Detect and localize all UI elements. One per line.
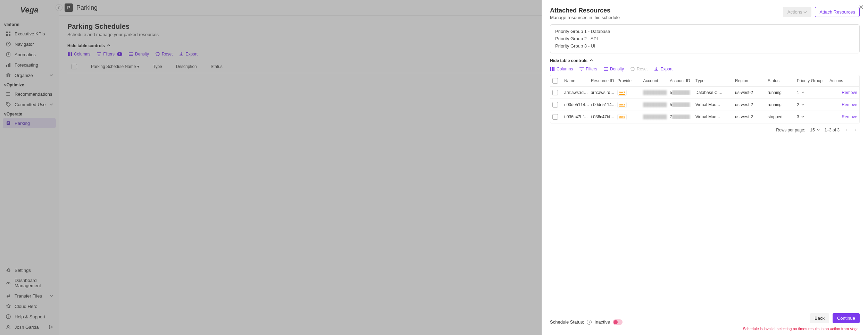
table-row: i-036c47bf4b297…i-036c47bf4b297…aws█████…: [550, 111, 859, 123]
continue-button[interactable]: Continue: [833, 313, 860, 323]
table-row: arn:aws:rds:us-w…arn:aws:rds:us-w…aws███…: [550, 87, 859, 99]
col-region[interactable]: Region: [735, 78, 766, 83]
drawer-export-button[interactable]: Export: [654, 67, 673, 71]
remove-button[interactable]: Remove: [829, 90, 857, 95]
pagination: Rows per page: 15 1–3 of 3 ‹ ›: [550, 123, 860, 137]
cell-type: Virtual Mac…: [695, 102, 734, 107]
drawer-subtitle: Manage resources in this schedule: [550, 15, 620, 20]
drawer-reset-button: Reset: [630, 67, 648, 71]
prev-page-button: ‹: [844, 127, 849, 133]
schedule-status-value: Inactive: [594, 319, 610, 325]
cell-type: Virtual Mac…: [695, 114, 734, 119]
drawer-columns-button[interactable]: Columns: [550, 67, 573, 71]
col-resource-id[interactable]: Resource ID: [591, 78, 616, 83]
row-checkbox[interactable]: [552, 114, 558, 120]
resources-table: Name Resource ID Provider Account Accoun…: [550, 75, 860, 123]
col-type[interactable]: Type: [695, 78, 734, 83]
aws-icon: aws: [617, 114, 627, 120]
cell-provider: aws: [617, 114, 642, 120]
schedule-error-message: Schedule is invalid, selecting no times …: [743, 327, 860, 331]
col-name[interactable]: Name: [564, 78, 590, 83]
cell-name: i-036c47bf4b297…: [564, 114, 590, 119]
col-account[interactable]: Account: [643, 78, 668, 83]
cell-account-id: 7██████: [670, 114, 694, 119]
priority-group-select[interactable]: 3: [797, 114, 828, 119]
drawer-hide-table-controls-toggle[interactable]: Hide table controls: [550, 58, 860, 63]
schedule-status-toggle[interactable]: [613, 319, 623, 325]
row-checkbox[interactable]: [552, 90, 558, 95]
attach-resources-button[interactable]: Attach Resources: [815, 7, 860, 17]
actions-dropdown: Actions: [783, 7, 812, 17]
cell-name: arn:aws:rds:us-w…: [564, 90, 590, 95]
cell-resource-id: i-00de5114fc8b4…: [591, 102, 616, 107]
priority-group-item: Priority Group 1 - Database: [555, 28, 854, 35]
cell-account: ████████: [643, 102, 668, 107]
priority-groups-box: Priority Group 1 - Database Priority Gro…: [550, 24, 860, 53]
cell-account: ████████: [643, 114, 668, 119]
aws-icon: aws: [617, 102, 627, 108]
cell-status: running: [768, 102, 795, 107]
back-button[interactable]: Back: [810, 313, 829, 323]
priority-group-select[interactable]: 2: [797, 102, 828, 107]
drawer-density-button[interactable]: Density: [603, 67, 624, 71]
attached-resources-drawer: ✕ Attached Resources Manage resources in…: [542, 0, 868, 335]
table-row: i-00de5114fc8b4…i-00de5114fc8b4…aws█████…: [550, 99, 859, 111]
priority-group-item: Priority Group 3 - UI: [555, 43, 854, 50]
col-actions: Actions: [829, 78, 857, 83]
select-all-resources-checkbox[interactable]: [552, 78, 558, 84]
rows-per-page-label: Rows per page:: [776, 128, 805, 132]
drawer-title: Attached Resources: [550, 7, 620, 14]
col-account-id[interactable]: Account ID: [670, 78, 694, 83]
cell-resource-id: i-036c47bf4b297…: [591, 114, 616, 119]
cell-status: running: [768, 90, 795, 95]
cell-provider: aws: [617, 89, 642, 96]
cell-region: us-west-2: [735, 90, 766, 95]
row-checkbox[interactable]: [552, 102, 558, 108]
cell-type: Database Cl…: [695, 90, 734, 95]
priority-group-select[interactable]: 1: [797, 90, 828, 95]
svg-rect-21: [553, 67, 554, 71]
pagination-range: 1–3 of 3: [825, 128, 840, 132]
remove-button[interactable]: Remove: [829, 102, 857, 107]
aws-icon: aws: [617, 90, 627, 96]
cell-resource-id: arn:aws:rds:us-w…: [591, 90, 616, 95]
drawer-table-controls: Columns Filters Density Reset Export: [550, 67, 860, 71]
drawer-filters-button[interactable]: Filters: [579, 67, 597, 71]
cell-status: stopped: [768, 114, 795, 119]
remove-button[interactable]: Remove: [829, 114, 857, 119]
cell-provider: aws: [617, 102, 642, 108]
rows-per-page-select[interactable]: 15: [810, 128, 819, 132]
svg-rect-20: [552, 67, 553, 71]
info-icon[interactable]: i: [587, 320, 592, 325]
cell-name: i-00de5114fc8b4…: [564, 102, 590, 107]
col-provider[interactable]: Provider: [617, 78, 642, 83]
cell-region: us-west-2: [735, 114, 766, 119]
close-icon[interactable]: ✕: [859, 3, 864, 11]
next-page-button: ›: [853, 127, 858, 133]
col-priority-group[interactable]: Priority Group: [797, 78, 828, 83]
cell-account-id: 5██████: [670, 90, 694, 95]
cell-account-id: 5██████: [670, 102, 694, 107]
svg-rect-19: [550, 67, 551, 71]
cell-region: us-west-2: [735, 102, 766, 107]
cell-account: ████████: [643, 90, 668, 95]
priority-group-item: Priority Group 2 - API: [555, 35, 854, 43]
drawer-overlay[interactable]: ✕ Attached Resources Manage resources in…: [0, 0, 868, 335]
schedule-status-label: Schedule Status:: [550, 319, 584, 325]
col-status[interactable]: Status: [768, 78, 795, 83]
